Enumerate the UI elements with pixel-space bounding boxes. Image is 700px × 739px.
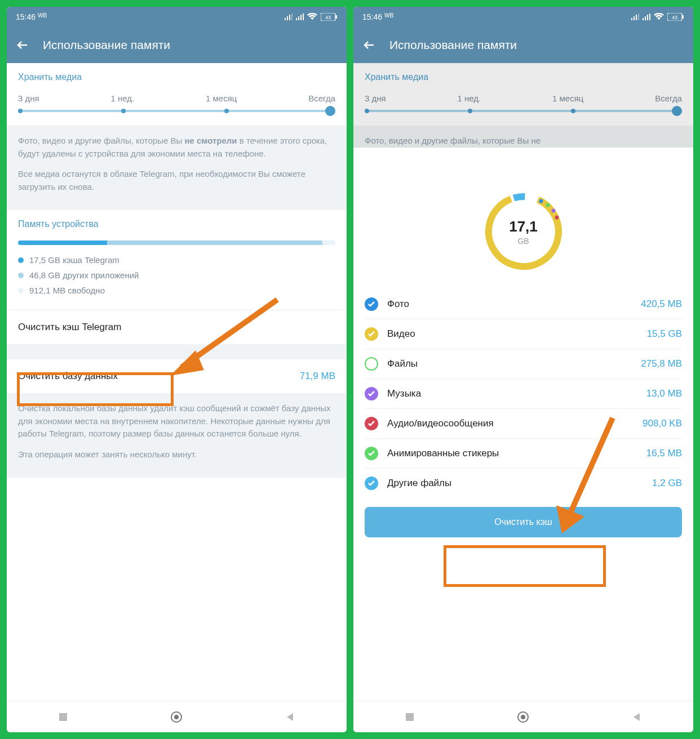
- device-storage-section: Память устройства 17,5 GB кэша Telegram4…: [7, 210, 347, 310]
- nav-bar: [353, 701, 693, 732]
- dimmed-background: Хранить медиа 3 дня 1 нед. 1 месяц Всегд…: [353, 63, 693, 148]
- battery-icon: 43: [321, 13, 338, 21]
- db-info: Очистка локальной базы данных удалит кэш…: [7, 393, 347, 478]
- slider-track[interactable]: [20, 110, 333, 112]
- nav-home-icon[interactable]: [517, 711, 529, 723]
- category-size: 420,5 MB: [641, 299, 682, 310]
- category-size: 908,0 KB: [643, 418, 682, 429]
- header: Использование памяти: [353, 27, 693, 63]
- slider-label[interactable]: Всегда: [308, 94, 335, 103]
- category-row[interactable]: Другие файлы1,2 GB: [365, 469, 682, 498]
- svg-marker-40: [633, 713, 640, 721]
- svg-rect-7: [303, 14, 304, 20]
- checkbox-icon[interactable]: [365, 327, 378, 341]
- category-label: Анимированные стикеры: [387, 448, 637, 459]
- storage-donut: 17,1 GB: [481, 189, 566, 274]
- svg-rect-3: [291, 14, 293, 20]
- back-icon[interactable]: [16, 38, 29, 52]
- phone-left: 15:46WB 43 Использование памяти Хранить …: [7, 7, 347, 732]
- svg-rect-18: [633, 16, 635, 20]
- category-row[interactable]: Музыка13,0 MB: [365, 379, 682, 409]
- signal-icon-2: [643, 14, 650, 20]
- slider-label[interactable]: 1 нед.: [110, 94, 134, 103]
- svg-rect-23: [647, 15, 648, 20]
- svg-rect-13: [59, 713, 67, 721]
- category-row[interactable]: Аудио/видеосообщения908,0 KB: [365, 409, 682, 439]
- back-icon[interactable]: [362, 38, 376, 52]
- category-size: 15,5 GB: [647, 328, 682, 340]
- checkbox-icon[interactable]: [365, 477, 378, 490]
- svg-rect-17: [631, 18, 632, 20]
- legend-item: 46,8 GB других приложений: [18, 270, 335, 280]
- nav-bar: [7, 701, 347, 732]
- status-bar: 15:46WB 43: [7, 7, 347, 27]
- svg-point-39: [521, 715, 525, 719]
- donut-unit: GB: [517, 237, 529, 246]
- status-time: 15:46: [16, 12, 36, 21]
- category-row[interactable]: Фото420,5 MB: [365, 290, 682, 319]
- svg-rect-21: [643, 18, 644, 20]
- nav-recent-icon[interactable]: [58, 712, 68, 722]
- svg-rect-22: [645, 16, 646, 20]
- storage-title: Память устройства: [18, 219, 335, 229]
- clear-cache-button[interactable]: Очистить кэш: [365, 507, 682, 537]
- clear-db-label: Очистить базу данных: [18, 371, 118, 382]
- category-label: Другие файлы: [387, 478, 643, 489]
- svg-rect-6: [300, 15, 302, 20]
- category-size: 13,0 MB: [646, 388, 682, 399]
- category-label: Видео: [387, 328, 638, 340]
- checkbox-icon[interactable]: [365, 387, 378, 400]
- svg-text:43: 43: [325, 15, 331, 20]
- wifi-icon: [307, 13, 317, 21]
- status-bar: 15:46WB 43: [353, 7, 693, 27]
- slider-thumb[interactable]: [325, 106, 335, 116]
- svg-point-15: [174, 715, 179, 719]
- legend-item: 912,1 MB свободно: [18, 286, 335, 295]
- signal-icon-2: [296, 14, 304, 20]
- svg-rect-19: [636, 15, 637, 20]
- svg-rect-4: [296, 18, 297, 20]
- slider-label[interactable]: 1 месяц: [206, 94, 237, 103]
- category-label: Фото: [387, 299, 632, 310]
- status-icons: 43: [285, 13, 338, 21]
- svg-rect-20: [638, 14, 639, 20]
- category-row[interactable]: Файлы275,8 MB: [365, 349, 682, 379]
- legend-item: 17,5 GB кэша Telegram: [18, 255, 335, 265]
- svg-rect-9: [335, 15, 337, 19]
- signal-icon: [285, 14, 293, 20]
- svg-marker-16: [287, 713, 293, 721]
- svg-text:43: 43: [672, 15, 677, 20]
- slider-label[interactable]: 3 дня: [18, 94, 39, 103]
- keep-media-section: Хранить медиа 3 дня 1 нед. 1 месяц Всегд…: [7, 63, 347, 126]
- nav-home-icon[interactable]: [170, 711, 183, 723]
- category-size: 1,2 GB: [652, 478, 682, 489]
- svg-rect-24: [649, 14, 650, 20]
- nav-recent-icon[interactable]: [405, 712, 415, 722]
- category-label: Музыка: [387, 388, 637, 399]
- storage-bar: [18, 241, 335, 245]
- checkbox-icon[interactable]: [365, 417, 378, 430]
- category-row[interactable]: Видео15,5 GB: [365, 319, 682, 349]
- checkbox-icon[interactable]: [365, 447, 378, 460]
- nav-back-icon[interactable]: [632, 712, 642, 722]
- svg-rect-37: [406, 713, 414, 721]
- svg-rect-1: [287, 16, 288, 20]
- clear-db-row[interactable]: Очистить базу данных 71,9 MB: [7, 359, 347, 393]
- status-wb: WB: [38, 12, 47, 19]
- donut-value: 17,1: [509, 218, 538, 235]
- page-title: Использование памяти: [43, 38, 170, 52]
- nav-back-icon[interactable]: [285, 712, 295, 722]
- checkbox-icon[interactable]: [365, 357, 378, 371]
- svg-rect-2: [289, 15, 290, 20]
- category-size: 16,5 MB: [646, 448, 682, 459]
- keep-media-title: Хранить медиа: [18, 72, 335, 82]
- wifi-icon: [654, 13, 664, 21]
- category-label: Файлы: [387, 358, 632, 370]
- svg-rect-5: [298, 16, 299, 20]
- category-row[interactable]: Анимированные стикеры16,5 MB: [365, 439, 682, 469]
- phone-right: 15:46WB 43 Использование памяти Хранить …: [353, 7, 693, 732]
- svg-rect-0: [285, 18, 286, 20]
- checkbox-icon[interactable]: [365, 297, 378, 311]
- clear-cache-row[interactable]: Очистить кэш Telegram: [7, 310, 347, 344]
- header: Использование памяти: [7, 27, 347, 63]
